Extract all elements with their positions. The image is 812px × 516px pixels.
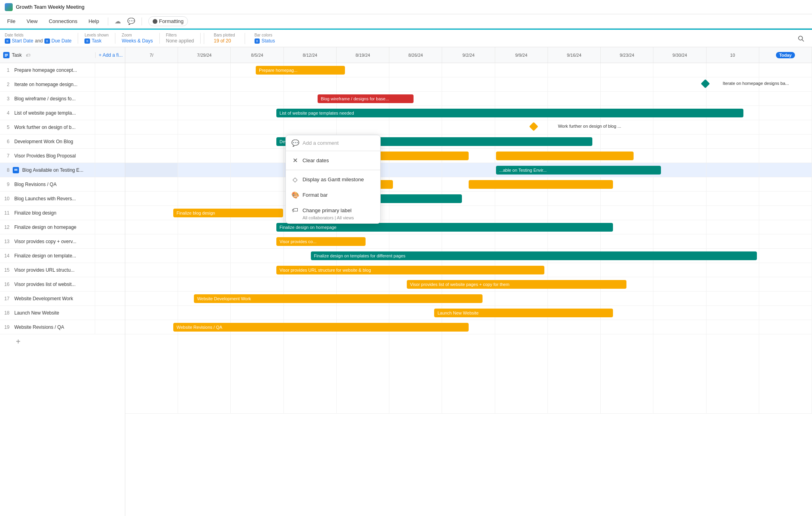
gantt-cell [759,149,812,163]
gantt-cell [653,220,706,234]
gantt-cell [601,306,653,320]
task-tag [95,177,125,191]
gantt-cell [442,134,495,148]
task-name: Visor Provides Blog Proposal [13,153,95,159]
gantt-row-11: Finalize blog design [125,206,812,220]
task-row[interactable]: 16 Visor provides list of websit... [0,277,125,292]
gantt-cell [389,134,442,148]
task-row-selected[interactable]: 8 Blog Available on Testing E... [0,163,125,177]
gantt-cell [284,320,337,334]
gantt-cell [125,249,178,263]
format-bar-item[interactable]: 🎨 Format bar [286,187,380,203]
task-row[interactable]: 5 Work further on design of b... [0,120,125,134]
today-button[interactable]: Today [759,47,812,63]
gantt-cell [442,277,495,291]
gantt-cell [337,249,389,263]
gantt-cell [548,120,601,134]
search-button[interactable] [795,32,807,45]
task-num: 8 [0,167,13,173]
gantt-cell [495,292,548,305]
today-label[interactable]: Today [776,52,795,58]
task-name: Blog Revisions / QA [13,182,95,187]
ctx-divider-2 [286,170,380,170]
task-tag [95,263,125,277]
task-num: 11 [0,210,13,216]
display-milestone-item[interactable]: ◇ Display as Gantt milestone [286,172,380,187]
gantt-chart-area[interactable]: 7/ 7/29/24 8/5/24 8/12/24 8/19/24 8/26/2… [125,47,812,516]
task-row[interactable]: 7 Visor Provides Blog Proposal [0,149,125,163]
task-row[interactable]: 10 Blog Launches with Revers... [0,192,125,206]
clear-dates-item[interactable]: ✕ Clear dates [286,153,380,168]
gantt-cell [442,234,495,248]
task-row[interactable]: 17 Website Development Work [0,292,125,306]
gantt-cell [495,206,548,220]
task-row[interactable]: 11 Finalize blog design [0,206,125,220]
gantt-scroll-container: 7/ 7/29/24 8/5/24 8/12/24 8/19/24 8/26/2… [125,47,812,414]
task-name: Launch New Website [13,310,95,316]
levels-value: Task [92,38,102,44]
menu-help[interactable]: Help [86,17,102,26]
cloud-icon[interactable]: ☁ [115,17,121,25]
menu-connections[interactable]: Connections [46,17,80,26]
task-row[interactable]: 14 Finalize design on template... [0,249,125,263]
date-fields-label: Date fields [5,33,71,37]
add-task-button[interactable]: + [0,334,125,349]
gantt-cell [548,163,601,177]
task-row[interactable]: 1 Prepare homepage concept... [0,63,125,77]
task-tag [95,163,125,177]
chat-icon[interactable]: 💬 [127,17,135,25]
start-date-label: Start Date [12,38,33,44]
menu-file[interactable]: File [5,17,18,26]
formatting-button[interactable]: Formatting [148,16,188,26]
add-field-label: + Add a fi... [99,52,123,58]
task-tag [95,306,125,320]
gantt-cell [495,263,548,277]
gantt-cell [337,306,389,320]
gantt-cell [178,106,231,120]
gantt-cell [548,249,601,263]
gantt-cell [759,220,812,234]
task-name: Prepare homepage concept... [13,67,95,73]
and-label: and [35,38,43,44]
task-name: Visor provides copy + overv... [13,239,95,244]
app-title: Growth Team Weekly Meeting [16,4,84,10]
task-row[interactable]: 9 Blog Revisions / QA [0,177,125,192]
gantt-cell [653,134,706,148]
task-row[interactable]: 12 Finalize design on homepage [0,220,125,234]
date-fields-value[interactable]: ≡ Start Date and ≡ Due Date [5,38,71,44]
week-col-812: 8/12/24 [284,47,337,63]
gantt-cell [231,234,283,248]
gantt-cell [548,263,601,277]
task-row[interactable]: 3 Blog wireframe / designs fo... [0,92,125,106]
task-row[interactable]: 4 List of website page templa... [0,106,125,120]
task-num: 5 [0,125,13,130]
task-tag [95,192,125,205]
gantt-cell [284,277,337,291]
svg-rect-6 [14,170,17,171]
add-field-button[interactable]: + Add a fi... [95,52,125,58]
gantt-cell [231,249,283,263]
gantt-cell [389,63,442,77]
gantt-cell [442,177,495,191]
gantt-cell [231,292,283,305]
gantt-cell [125,149,178,163]
gantt-cell [495,106,548,120]
task-row[interactable]: 13 Visor provides copy + overv... [0,234,125,249]
menu-view[interactable]: View [24,17,40,26]
task-row[interactable]: 6 Development Work On Blog [0,134,125,149]
gantt-cell [231,263,283,277]
gantt-cell [389,192,442,205]
gantt-cell [759,206,812,220]
task-row[interactable]: 15 Visor provides URL structu... [0,263,125,277]
task-num: 9 [0,182,13,187]
task-row[interactable]: 18 Launch New Website [0,306,125,320]
task-row[interactable]: 19 Website Revisions / QA [0,320,125,334]
gantt-cell [178,177,231,191]
task-row[interactable]: 2 Iterate on homepage design... [0,77,125,92]
gantt-cell [231,206,283,220]
add-comment-input[interactable] [303,140,375,146]
gantt-cell [125,220,178,234]
task-num: 10 [0,196,13,201]
gantt-cell [442,106,495,120]
gantt-cell [442,334,495,413]
